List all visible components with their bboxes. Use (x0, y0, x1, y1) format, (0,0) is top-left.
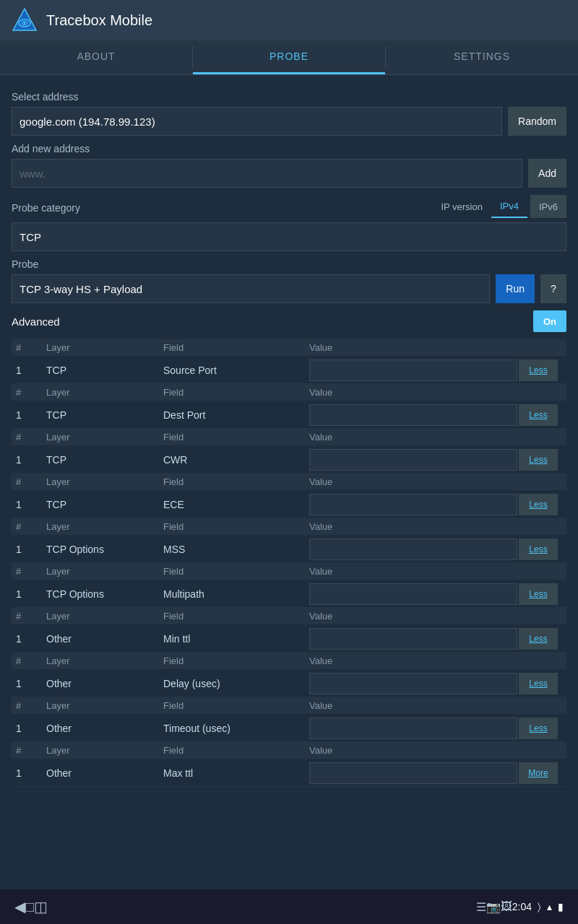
ipv6-button[interactable]: IPv6 (530, 195, 566, 218)
adv-header-row-5: # Layer Field Value (12, 518, 566, 535)
probe-category-input[interactable] (12, 222, 566, 251)
col-field: Field (163, 566, 308, 577)
less-button[interactable]: Less (519, 583, 558, 605)
table-row: 1 Other Delay (usec) Less (12, 671, 566, 697)
col-field: Field (163, 387, 308, 398)
adv-header-row-4: # Layer Field Value (12, 474, 566, 490)
col-value: Value (309, 387, 517, 398)
adv-header-row-10: # Layer Field Value (12, 742, 566, 759)
home-icon[interactable]: □ (25, 899, 34, 915)
col-action (519, 745, 562, 756)
col-num: # (16, 476, 45, 487)
adv-header-row-8: # Layer Field Value (12, 653, 566, 669)
add-address-input[interactable] (12, 159, 522, 188)
row-field: Timeout (usec) (163, 723, 308, 734)
row-num: 1 (16, 588, 45, 600)
tab-probe[interactable]: PROBE (193, 40, 385, 74)
add-address-row: Add (12, 159, 566, 188)
col-value: Value (309, 566, 517, 577)
less-button[interactable]: Less (519, 628, 558, 650)
row-num: 1 (16, 499, 45, 510)
row-layer: TCP (46, 409, 162, 421)
probe-category-input-row (12, 222, 566, 251)
row-field: Dest Port (163, 409, 308, 421)
adv-header-row-6: # Layer Field Value (12, 563, 566, 580)
col-layer: Layer (46, 655, 162, 666)
col-layer: Layer (46, 521, 162, 532)
run-button[interactable]: Run (496, 274, 535, 303)
col-action (519, 700, 562, 711)
row-num: 1 (16, 633, 45, 645)
col-layer: Layer (46, 700, 162, 711)
ip-version-group: IP version IPv4 IPv6 (441, 195, 566, 218)
tab-about[interactable]: ABOUT (0, 40, 192, 74)
col-value: Value (309, 745, 517, 756)
col-field: Field (163, 700, 308, 711)
add-button[interactable]: Add (528, 159, 566, 188)
adv-header-row-9: # Layer Field Value (12, 697, 566, 714)
col-num: # (16, 432, 45, 443)
back-icon[interactable]: ◀ (14, 898, 25, 915)
row-value-input[interactable] (309, 494, 517, 515)
less-button[interactable]: Less (519, 539, 558, 560)
select-address-input[interactable] (12, 107, 502, 136)
row-value-input[interactable] (309, 583, 517, 605)
tab-settings[interactable]: SETTINGS (386, 40, 578, 74)
probe-input[interactable] (12, 274, 490, 303)
row-field: ECE (163, 499, 308, 510)
row-value-input[interactable] (309, 673, 517, 694)
row-field: MSS (163, 544, 308, 555)
table-row: 1 TCP ECE Less (12, 492, 566, 518)
col-action (519, 342, 562, 353)
select-address-label: Select address (12, 91, 566, 103)
row-value-input[interactable] (309, 718, 517, 739)
probe-label: Probe (12, 258, 566, 270)
less-button[interactable]: Less (519, 494, 558, 515)
row-layer: Other (46, 633, 162, 645)
adv-header-row-2: # Layer Field Value (12, 384, 566, 401)
col-layer: Layer (46, 387, 162, 398)
app-title: Tracebox Mobile (46, 12, 152, 29)
col-field: Field (163, 342, 308, 353)
recent-apps-icon[interactable]: ◫ (34, 898, 48, 915)
less-button[interactable]: Less (519, 718, 558, 739)
row-value-input[interactable] (309, 404, 517, 426)
col-field: Field (163, 521, 308, 532)
col-num: # (16, 342, 45, 353)
status-bar: 2:04 〉 ▴ ▮ (512, 901, 564, 913)
row-value-input[interactable] (309, 539, 517, 560)
table-row: 1 TCP CWR Less (12, 447, 566, 474)
row-value-input[interactable] (309, 762, 517, 784)
col-num: # (16, 655, 45, 666)
add-address-label: Add new address (12, 143, 566, 154)
less-button[interactable]: Less (519, 359, 558, 381)
random-button[interactable]: Random (508, 107, 566, 136)
photo-icon: 🖼 (501, 900, 512, 913)
row-value-input[interactable] (309, 449, 517, 471)
question-button[interactable]: ? (540, 274, 566, 303)
col-value: Value (309, 611, 517, 622)
row-layer: Other (46, 723, 162, 734)
col-action (519, 566, 562, 577)
ipv4-button[interactable]: IPv4 (491, 195, 527, 218)
advanced-label: Advanced (12, 315, 60, 328)
col-num: # (16, 611, 45, 622)
less-button[interactable]: Less (519, 449, 558, 471)
more-button[interactable]: More (519, 762, 558, 784)
row-value-input[interactable] (309, 359, 517, 381)
col-value: Value (309, 655, 517, 666)
advanced-toggle[interactable]: On (533, 310, 566, 332)
col-action (519, 521, 562, 532)
table-row: 1 TCP Dest Port Less (12, 402, 566, 429)
col-field: Field (163, 655, 308, 666)
col-num: # (16, 521, 45, 532)
row-num: 1 (16, 409, 45, 421)
row-num: 1 (16, 544, 45, 555)
col-layer: Layer (46, 342, 162, 353)
less-button[interactable]: Less (519, 673, 558, 694)
col-value: Value (309, 700, 517, 711)
col-field: Field (163, 745, 308, 756)
row-value-input[interactable] (309, 628, 517, 650)
menu-icon[interactable]: ☰ (476, 900, 486, 914)
less-button[interactable]: Less (519, 404, 558, 426)
